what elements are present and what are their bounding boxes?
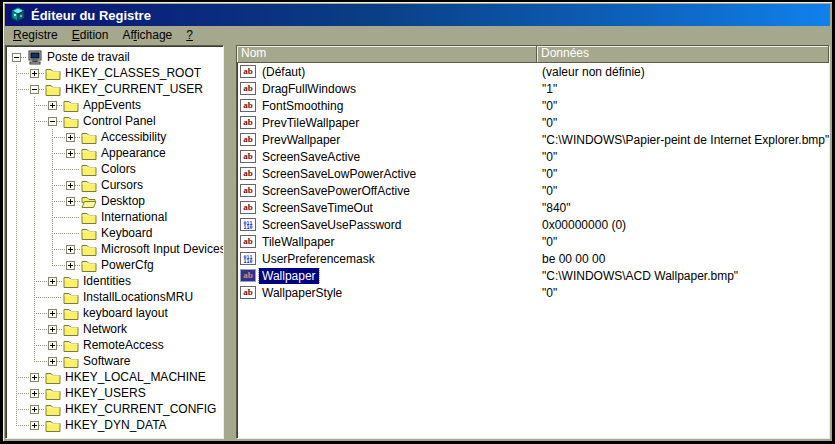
tree-item-label[interactable]: PowerCfg <box>98 257 157 273</box>
collapse-minus-icon[interactable] <box>48 117 57 126</box>
value-name[interactable]: FontSmoothing <box>259 98 346 114</box>
value-row[interactable]: abScreenSaveActive"0" <box>237 148 829 165</box>
expand-plus-icon[interactable] <box>48 325 57 334</box>
tree-item[interactable]: Colors <box>8 161 223 177</box>
tree-item[interactable]: HKEY_USERS <box>8 385 223 401</box>
tree-item[interactable]: Accessibility <box>8 129 223 145</box>
tree-item-label[interactable]: InstallLocationsMRU <box>80 289 196 305</box>
value-name[interactable]: PrevWallpaper <box>259 132 343 148</box>
value-name[interactable]: ScreenSaveActive <box>259 149 363 165</box>
tree-item-label[interactable]: HKEY_CLASSES_ROOT <box>62 65 204 81</box>
tree-item-label[interactable]: HKEY_DYN_DATA <box>62 417 170 433</box>
value-name[interactable]: ScreenSaveTimeOut <box>259 200 376 216</box>
tree-item[interactable]: HKEY_CURRENT_USER <box>8 81 223 97</box>
tree-item-label[interactable]: Software <box>80 353 133 369</box>
value-row[interactable]: abPrevWallpaper"C:\WINDOWS\Papier-peint … <box>237 131 829 148</box>
value-row[interactable]: abFontSmoothing"0" <box>237 97 829 114</box>
value-name[interactable]: PrevTileWallpaper <box>259 115 362 131</box>
value-row[interactable]: abWallpaperStyle"0" <box>237 284 829 301</box>
expand-plus-icon[interactable] <box>30 421 39 430</box>
tree-item-label[interactable]: Microsoft Input Devices <box>98 241 224 257</box>
value-row[interactable]: abPrevTileWallpaper"0" <box>237 114 829 131</box>
expand-plus-icon[interactable] <box>30 373 39 382</box>
expand-plus-icon[interactable] <box>48 101 57 110</box>
value-row[interactable]: abScreenSavePowerOffActive"0" <box>237 182 829 199</box>
menu-item-registre[interactable]: Registre <box>6 27 65 44</box>
value-name-cell[interactable]: abWallpaperStyle <box>237 285 537 301</box>
value-row[interactable]: 011 110ScreenSaveUsePassword0x00000000 (… <box>237 216 829 233</box>
value-row[interactable]: abWallpaper"C:\WINDOWS\ACD Wallpaper.bmp… <box>237 267 829 284</box>
value-row[interactable]: abDragFullWindows"1" <box>237 80 829 97</box>
tree-item-label[interactable]: Identities <box>80 273 134 289</box>
value-name[interactable]: (Défaut) <box>259 64 308 80</box>
tree-item-label[interactable]: Appearance <box>98 145 169 161</box>
tree-item[interactable]: Control Panel <box>8 113 223 129</box>
value-name-cell[interactable]: abDragFullWindows <box>237 81 537 97</box>
tree-item-label[interactable]: Desktop <box>98 193 148 209</box>
column-header-name[interactable]: Nom <box>237 46 537 63</box>
tree-item-label[interactable]: RemoteAccess <box>80 337 167 353</box>
value-name-cell[interactable]: abTileWallpaper <box>237 234 537 250</box>
tree-item[interactable]: PowerCfg <box>8 257 223 273</box>
tree-item-label[interactable]: HKEY_CURRENT_USER <box>62 81 206 97</box>
expand-plus-icon[interactable] <box>48 309 57 318</box>
value-name-cell[interactable]: abScreenSavePowerOffActive <box>237 183 537 199</box>
value-name-cell[interactable]: ab(Défaut) <box>237 64 537 80</box>
panel-splitter[interactable] <box>224 45 236 439</box>
tree-item[interactable]: International <box>8 209 223 225</box>
tree-item[interactable]: HKEY_CURRENT_CONFIG <box>8 401 223 417</box>
tree-item-label[interactable]: HKEY_LOCAL_MACHINE <box>62 369 209 385</box>
tree-item[interactable]: AppEvents <box>8 97 223 113</box>
tree-item[interactable]: Keyboard <box>8 225 223 241</box>
value-name-cell[interactable]: abScreenSaveTimeOut <box>237 200 537 216</box>
expand-plus-icon[interactable] <box>66 133 75 142</box>
expand-plus-icon[interactable] <box>66 245 75 254</box>
value-row[interactable]: abTileWallpaper"0" <box>237 233 829 250</box>
tree-item[interactable]: Poste de travail <box>8 49 223 65</box>
expand-plus-icon[interactable] <box>66 181 75 190</box>
value-row[interactable]: ab(Défaut)(valeur non définie) <box>237 63 829 80</box>
tree-item-label[interactable]: Keyboard <box>98 225 155 241</box>
expand-plus-icon[interactable] <box>30 389 39 398</box>
title-bar[interactable]: Éditeur du Registre <box>5 4 830 26</box>
menu-item-edition[interactable]: Edition <box>65 27 116 44</box>
tree-item[interactable]: InstallLocationsMRU <box>8 289 223 305</box>
collapse-minus-icon[interactable] <box>30 85 39 94</box>
value-name[interactable]: ScreenSaveUsePassword <box>259 217 404 233</box>
value-name[interactable]: TileWallpaper <box>259 234 337 250</box>
value-name-cell[interactable]: 011 110ScreenSaveUsePassword <box>237 217 537 233</box>
value-name-cell[interactable]: abWallpaper <box>237 268 537 284</box>
value-row[interactable]: abScreenSaveTimeOut"840" <box>237 199 829 216</box>
menu-item-aide[interactable]: ? <box>179 27 200 44</box>
tree-item[interactable]: Appearance <box>8 145 223 161</box>
registry-app-icon[interactable] <box>9 7 26 24</box>
expand-plus-icon[interactable] <box>48 341 57 350</box>
expand-plus-icon[interactable] <box>48 357 57 366</box>
tree-item[interactable]: Identities <box>8 273 223 289</box>
value-name[interactable]: UserPreferencemask <box>259 251 378 267</box>
menu-item-affichage[interactable]: Affichage <box>115 27 179 44</box>
tree-item-label[interactable]: International <box>98 209 170 225</box>
value-name-cell[interactable]: abPrevTileWallpaper <box>237 115 537 131</box>
column-header-data[interactable]: Données <box>537 46 829 63</box>
expand-plus-icon[interactable] <box>30 405 39 414</box>
tree-item-label[interactable]: Cursors <box>98 177 146 193</box>
collapse-minus-icon[interactable] <box>12 53 21 62</box>
tree-item-label[interactable]: Control Panel <box>80 113 159 129</box>
value-name-cell[interactable]: 011 110UserPreferencemask <box>237 251 537 267</box>
value-name[interactable]: DragFullWindows <box>259 81 359 97</box>
tree-item[interactable]: Desktop <box>8 193 223 209</box>
tree-item[interactable]: HKEY_LOCAL_MACHINE <box>8 369 223 385</box>
value-name-cell[interactable]: abPrevWallpaper <box>237 132 537 148</box>
expand-plus-icon[interactable] <box>48 277 57 286</box>
tree-item[interactable]: HKEY_CLASSES_ROOT <box>8 65 223 81</box>
value-name[interactable]: WallpaperStyle <box>259 285 345 301</box>
value-name[interactable]: ScreenSaveLowPowerActive <box>259 166 419 182</box>
tree-item-label[interactable]: HKEY_USERS <box>62 385 149 401</box>
value-row[interactable]: abScreenSaveLowPowerActive"0" <box>237 165 829 182</box>
tree-item-label[interactable]: keyboard layout <box>80 305 171 321</box>
tree-item[interactable]: RemoteAccess <box>8 337 223 353</box>
tree-item-label[interactable]: Accessibility <box>98 129 169 145</box>
tree-item-label[interactable]: Colors <box>98 161 139 177</box>
tree-item[interactable]: keyboard layout <box>8 305 223 321</box>
